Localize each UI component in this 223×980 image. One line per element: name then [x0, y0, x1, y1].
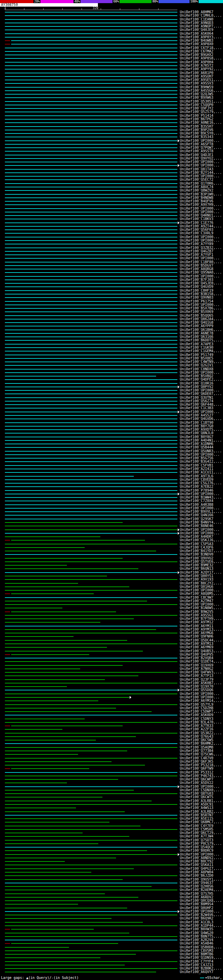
alignment-bar[interactable] [5, 626, 177, 627]
alignment-bar[interactable] [5, 597, 177, 598]
alignment-bar[interactable] [5, 115, 177, 116]
alignment-bar[interactable] [5, 383, 177, 384]
alignment-bar[interactable] [5, 668, 80, 669]
alignment-bar[interactable] [5, 208, 177, 209]
alignment-bar[interactable] [5, 897, 138, 897]
alignment-bar[interactable] [5, 636, 74, 637]
alignment-bar[interactable] [5, 422, 177, 423]
alignment-bar[interactable] [5, 590, 177, 591]
alignment-bar[interactable] [5, 158, 177, 159]
alignment-bar[interactable] [5, 76, 177, 77]
alignment-bar[interactable] [5, 694, 177, 694]
alignment-bar[interactable] [5, 251, 177, 252]
alignment-bar[interactable] [5, 393, 177, 394]
alignment-bar[interactable] [5, 433, 177, 434]
alignment-bar[interactable] [5, 572, 177, 573]
alignment-bar[interactable] [5, 358, 177, 359]
alignment-bar[interactable] [5, 62, 177, 62]
alignment-bar[interactable] [5, 961, 177, 962]
alignment-bar[interactable] [5, 315, 177, 316]
alignment-bar[interactable] [5, 922, 143, 923]
alignment-bar[interactable] [5, 130, 177, 130]
alignment-bar[interactable] [5, 490, 177, 491]
alignment-bar[interactable] [5, 108, 177, 109]
alignment-bar[interactable] [5, 469, 177, 469]
alignment-bar[interactable] [5, 843, 98, 844]
alignment-bar[interactable] [5, 743, 177, 744]
alignment-bar[interactable] [5, 804, 177, 805]
alignment-bar[interactable] [5, 426, 177, 426]
alignment-bar[interactable] [11, 44, 177, 45]
alignment-bar[interactable] [5, 301, 177, 302]
alignment-bar[interactable] [5, 33, 177, 34]
alignment-bar[interactable] [5, 244, 177, 244]
alignment-bar[interactable] [5, 765, 145, 765]
alignment-bar[interactable] [5, 640, 127, 641]
alignment-bar[interactable] [5, 622, 100, 623]
alignment-bar[interactable] [5, 854, 177, 855]
alignment-bar[interactable] [5, 69, 177, 70]
alignment-bar[interactable] [5, 290, 177, 291]
alignment-bar[interactable] [5, 936, 177, 937]
alignment-bar[interactable] [5, 911, 177, 912]
alignment-bar[interactable] [5, 504, 177, 505]
alignment-bar[interactable] [5, 858, 116, 858]
alignment-bar[interactable] [5, 815, 177, 816]
alignment-bar[interactable] [5, 176, 177, 177]
alignment-bar[interactable] [5, 412, 177, 412]
alignment-bar[interactable] [5, 26, 177, 27]
alignment-bar[interactable] [5, 833, 83, 833]
alignment-bar[interactable] [5, 404, 177, 405]
alignment-bar[interactable] [5, 576, 107, 576]
alignment-bar[interactable] [5, 958, 100, 958]
alignment-bar[interactable] [5, 215, 177, 216]
alignment-bar[interactable] [5, 465, 177, 466]
alignment-bar[interactable] [5, 754, 78, 755]
alignment-bar[interactable] [5, 508, 177, 509]
alignment-bar[interactable] [5, 44, 10, 45]
alignment-bar[interactable] [5, 889, 177, 890]
alignment-bar[interactable] [5, 947, 69, 948]
alignment-bar[interactable] [5, 322, 177, 323]
alignment-bar[interactable] [5, 201, 177, 202]
alignment-bar[interactable] [5, 54, 177, 55]
alignment-bar[interactable] [5, 533, 177, 534]
alignment-bar[interactable] [5, 144, 177, 145]
alignment-bar[interactable] [5, 519, 177, 519]
alignment-bar[interactable] [5, 676, 138, 676]
alignment-bar[interactable] [5, 204, 177, 205]
alignment-bar[interactable] [5, 237, 177, 237]
alignment-bar[interactable] [5, 169, 177, 170]
alignment-bar[interactable] [5, 904, 78, 905]
alignment-bar[interactable] [5, 219, 177, 220]
alignment-bar[interactable] [5, 133, 177, 134]
alignment-bar[interactable] [5, 91, 177, 91]
alignment-bar[interactable] [5, 715, 177, 716]
alignment-bar[interactable] [5, 172, 177, 173]
alignment-bar[interactable] [5, 233, 177, 234]
alignment-bar[interactable] [11, 540, 145, 541]
alignment-bar[interactable] [5, 126, 177, 127]
alignment-bar[interactable] [5, 661, 177, 662]
alignment-bar[interactable] [5, 511, 177, 512]
alignment-bar[interactable] [5, 486, 177, 487]
alignment-bar[interactable] [5, 619, 134, 619]
alignment-bar[interactable] [5, 526, 177, 526]
alignment-bar[interactable] [5, 361, 177, 362]
alignment-bar[interactable] [5, 476, 134, 477]
alignment-bar[interactable] [5, 276, 177, 277]
alignment-bar[interactable] [5, 269, 177, 269]
alignment-bar[interactable] [5, 758, 177, 759]
alignment-bar[interactable] [5, 793, 177, 794]
alignment-bar[interactable] [5, 415, 177, 416]
alignment-bar[interactable] [5, 372, 177, 373]
alignment-bar[interactable] [5, 915, 177, 915]
alignment-bar[interactable] [5, 918, 111, 919]
alignment-bar[interactable] [5, 337, 177, 337]
alignment-bar[interactable] [5, 893, 105, 894]
alignment-bar[interactable] [5, 547, 85, 548]
alignment-bar[interactable] [5, 344, 177, 345]
alignment-bar[interactable] [5, 105, 177, 105]
alignment-bar[interactable] [5, 568, 138, 569]
alignment-bar[interactable] [5, 515, 177, 515]
